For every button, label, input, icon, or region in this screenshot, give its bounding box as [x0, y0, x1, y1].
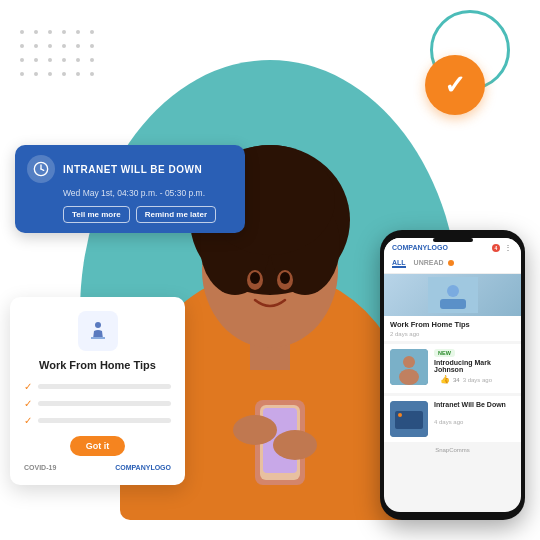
phone-tabs: ALL UNREAD [392, 255, 513, 270]
dot [20, 30, 24, 34]
svg-rect-21 [91, 337, 105, 339]
dot [90, 44, 94, 48]
feed-item-1-title: Work From Home Tips [384, 316, 521, 331]
dot [62, 58, 66, 62]
svg-point-27 [399, 369, 419, 385]
like-icon: 👍 [440, 375, 450, 384]
phone-notch [433, 238, 473, 242]
svg-point-30 [398, 413, 402, 417]
checkmark-icon: ✓ [444, 70, 466, 101]
check-icon-2: ✓ [24, 398, 32, 409]
dot [76, 58, 80, 62]
feed-item-1[interactable]: Work From Home Tips 2 days ago [384, 274, 521, 341]
person-desk-icon [86, 319, 110, 343]
feed-item-3[interactable]: Intranet Will Be Down 4 days ago [384, 396, 521, 442]
notification-buttons: Tell me more Remind me later [27, 206, 233, 223]
dot [48, 72, 52, 76]
wfh-thumbnail-svg [428, 277, 478, 313]
dot [48, 44, 52, 48]
dot [20, 58, 24, 62]
phone-actions: 4 ⋮ [492, 243, 513, 252]
dot [20, 72, 24, 76]
notification-header: INTRANET WILL BE DOWN [27, 155, 233, 183]
feed-item-3-text: Intranet Will Be Down 4 days ago [434, 401, 515, 428]
svg-line-19 [41, 169, 44, 170]
dot [76, 30, 80, 34]
snap-logo-area: SnapComms [384, 445, 521, 455]
intranet-thumb-svg [390, 401, 428, 437]
wfh-line-1 [38, 384, 171, 389]
person-thumb-svg [390, 349, 428, 385]
phone-logo-row: COMPANYLOGO 4 ⋮ [392, 243, 513, 252]
feed-item-1-meta: 2 days ago [384, 331, 521, 341]
wfh-list-item-1: ✓ [24, 381, 171, 392]
wfh-line-3 [38, 418, 171, 423]
svg-point-11 [280, 272, 290, 284]
tab-all[interactable]: ALL [392, 259, 406, 268]
svg-point-16 [273, 430, 317, 460]
phone-screen: COMPANYLOGO 4 ⋮ ALL UNREAD [384, 238, 521, 512]
wfh-card-title: Work From Home Tips [24, 359, 171, 371]
snap-logo-text: SnapComms [435, 447, 470, 453]
svg-rect-24 [440, 299, 466, 309]
phone-header: COMPANYLOGO 4 ⋮ ALL UNREAD [384, 238, 521, 274]
dot [34, 30, 38, 34]
wfh-card-footer: COVID-19 COMPANYLOGO [24, 464, 171, 471]
feed-item-1-image [384, 274, 521, 316]
svg-point-20 [95, 322, 101, 328]
feed-item-2-title: Introducing Mark Johnson [434, 359, 515, 375]
feed-item-3-title: Intranet Will Be Down [434, 401, 515, 410]
svg-point-23 [447, 285, 459, 297]
wfh-list-item-2: ✓ [24, 398, 171, 409]
company-logo-small: COMPANYLOGO [115, 464, 171, 471]
notification-card: INTRANET WILL BE DOWN Wed May 1st, 04:30… [15, 145, 245, 233]
unread-indicator [448, 260, 454, 266]
feed-item-2-text: NEW Introducing Mark Johnson 👍 34 3 days… [434, 349, 515, 388]
new-badge: NEW [434, 349, 455, 357]
covid-label: COVID-19 [24, 464, 56, 471]
feed-item-2[interactable]: NEW Introducing Mark Johnson 👍 34 3 days… [384, 344, 521, 393]
clock-svg [33, 161, 49, 177]
dot [34, 72, 38, 76]
dot [90, 58, 94, 62]
svg-point-15 [233, 415, 277, 445]
check-icon-3: ✓ [24, 415, 32, 426]
feed-item-2-badge-row: NEW [434, 349, 515, 357]
intranet-thumb [390, 401, 428, 437]
dot [34, 58, 38, 62]
dot [90, 72, 94, 76]
notification-title: INTRANET WILL BE DOWN [63, 163, 202, 176]
dot [76, 44, 80, 48]
remind-me-later-button[interactable]: Remind me later [136, 206, 216, 223]
wfh-icon-area [24, 311, 171, 351]
feed-item-2-thumb [390, 349, 428, 385]
feed-item-1-time: 2 days ago [390, 331, 419, 337]
dots-decoration [20, 30, 98, 80]
dot [62, 72, 66, 76]
notification-count: 4 [495, 245, 498, 251]
tab-unread-label: UNREAD [414, 259, 444, 266]
dot [76, 72, 80, 76]
tell-me-more-button[interactable]: Tell me more [63, 206, 130, 223]
feed-item-2-time: 3 days ago [463, 377, 492, 383]
check-badge: ✓ [425, 55, 485, 115]
menu-dots-icon: ⋮ [504, 243, 513, 252]
mark-johnson-thumb [390, 349, 428, 385]
wfh-card: Work From Home Tips ✓ ✓ ✓ Got it COVID-1… [10, 297, 185, 485]
wfh-list-item-3: ✓ [24, 415, 171, 426]
like-count: 34 [453, 377, 460, 383]
dot [62, 30, 66, 34]
svg-point-10 [250, 272, 260, 284]
notification-dot: 4 [492, 244, 500, 252]
dot [34, 44, 38, 48]
phone-company-logo: COMPANYLOGO [392, 244, 448, 251]
dot [62, 44, 66, 48]
svg-point-26 [403, 356, 415, 368]
feed-item-3-time: 4 days ago [434, 419, 463, 425]
notification-subtitle: Wed May 1st, 04:30 p.m. - 05:30 p.m. [27, 188, 233, 198]
wfh-icon-box [78, 311, 118, 351]
got-it-button[interactable]: Got it [70, 436, 126, 456]
tab-unread[interactable]: UNREAD [414, 259, 454, 268]
dot [20, 44, 24, 48]
feed-item-3-thumb [390, 401, 428, 437]
